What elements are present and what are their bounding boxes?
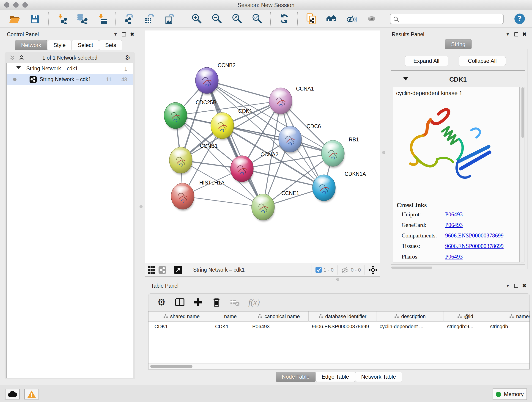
show-all-icon[interactable]	[366, 13, 377, 24]
memory-button[interactable]: Memory	[493, 389, 527, 400]
selected-checkbox-icon[interactable]	[316, 267, 322, 273]
zoom-out-icon[interactable]	[211, 13, 222, 24]
panel-float-icon[interactable]: ▼	[506, 32, 510, 37]
panel-close-icon[interactable]: ✖	[522, 32, 526, 37]
network-node[interactable]: CDC25B	[164, 99, 216, 130]
results-horizontal-scrollbar[interactable]	[391, 266, 525, 269]
tab-sets[interactable]: Sets	[99, 40, 122, 50]
panel-maximize-icon[interactable]	[514, 32, 518, 36]
cloud-button[interactable]	[5, 389, 20, 400]
column-header-namespace[interactable]: namespace	[487, 312, 530, 322]
zoom-fit-icon[interactable]	[231, 13, 242, 24]
open-session-icon[interactable]	[9, 13, 20, 24]
search-input[interactable]	[401, 14, 500, 24]
warning-button[interactable]	[24, 389, 39, 400]
crosslink-link[interactable]: P06493	[445, 222, 462, 228]
tab-select[interactable]: Select	[71, 40, 99, 50]
import-network-database-icon[interactable]	[76, 13, 88, 24]
column-header-name[interactable]: name	[212, 312, 249, 322]
scrollbar-thumb[interactable]	[391, 267, 432, 269]
column-header--id[interactable]: @id	[444, 312, 487, 322]
network-view-icon[interactable]	[158, 266, 166, 274]
right-splitter[interactable]	[380, 31, 387, 263]
tab-style[interactable]: Style	[47, 40, 72, 50]
import-network-icon[interactable]	[56, 13, 67, 24]
network-edge[interactable]	[242, 153, 333, 169]
table-cell[interactable]: P06493	[249, 322, 309, 332]
hide-selection-icon[interactable]	[346, 13, 357, 24]
column-header-database-identifier[interactable]: database identifier	[309, 312, 376, 322]
network-edge[interactable]	[242, 169, 324, 188]
column-header-description[interactable]: description	[376, 312, 444, 322]
network-from-selection-icon[interactable]	[306, 13, 317, 24]
panel-float-icon[interactable]: ▼	[114, 32, 118, 37]
tab-network[interactable]: Network	[15, 40, 47, 50]
tab-edge-table[interactable]: Edge Table	[316, 372, 355, 382]
help-icon[interactable]: ?	[514, 13, 526, 25]
expand-all-button[interactable]: Expand All	[405, 56, 448, 66]
function-builder-icon[interactable]: f(x)	[248, 298, 260, 307]
tab-network-table[interactable]: Network Table	[355, 372, 402, 382]
panel-maximize-icon[interactable]	[122, 32, 126, 36]
network-node[interactable]: CCNE1	[252, 190, 299, 221]
collection-expand-icon[interactable]	[16, 66, 21, 69]
table-settings-gear-icon[interactable]: ⚙	[157, 298, 166, 307]
splitter-handle[interactable]	[336, 278, 339, 281]
collapse-all-button[interactable]: Collapse All	[459, 56, 506, 66]
crosslink-link[interactable]: 9606.ENSP00000378699	[445, 232, 504, 239]
network-node[interactable]: CCNB1	[169, 143, 218, 175]
splitter-handle[interactable]	[139, 205, 143, 208]
gene-section-header[interactable]: CDK1	[391, 73, 525, 86]
show-columns-icon[interactable]	[175, 298, 185, 307]
results-tab-string[interactable]: String	[445, 39, 472, 49]
network-node[interactable]: RB1	[322, 137, 359, 168]
network-canvas[interactable]: CCNB2CCNA1CDC25BCDK1CDC6RB1CCNB1CCNA2CDK…	[145, 31, 380, 263]
birds-eye-view-icon[interactable]	[174, 266, 182, 274]
table-cell[interactable]: CDK1	[212, 322, 249, 332]
network-collection-row[interactable]: String Network – cdk1 1	[7, 63, 133, 74]
scrollbar-thumb[interactable]	[150, 365, 192, 368]
import-table-icon[interactable]	[97, 13, 108, 24]
grid-view-icon[interactable]	[147, 266, 156, 274]
network-node[interactable]: HIST1H1A	[171, 180, 225, 211]
table-row[interactable]: CDK1CDK1P064939606.ENSP00000378699cyclin…	[148, 322, 530, 332]
table-horizontal-scrollbar[interactable]	[148, 363, 530, 369]
hidden-eye-icon[interactable]	[341, 267, 349, 274]
table-cell[interactable]: stringdb	[487, 322, 530, 332]
crosslink-link[interactable]: P06493	[445, 211, 462, 218]
zoom-in-icon[interactable]	[191, 13, 202, 24]
export-table-icon[interactable]	[144, 13, 155, 24]
crosslink-link[interactable]: P06493	[445, 254, 462, 260]
panel-close-icon[interactable]: ✖	[522, 283, 526, 289]
panel-float-icon[interactable]: ▼	[506, 283, 510, 288]
table-cell[interactable]: cyclin-dependent ...	[376, 322, 444, 332]
refresh-icon[interactable]	[279, 13, 290, 24]
add-column-icon[interactable]	[193, 298, 203, 307]
network-node[interactable]: CDKN1A	[312, 171, 366, 202]
panel-maximize-icon[interactable]	[514, 284, 518, 288]
network-node[interactable]: CCNA1	[269, 86, 314, 115]
results-vertical-scrollbar[interactable]	[521, 87, 525, 262]
column-header-shared-name[interactable]: shared name	[151, 312, 212, 322]
first-neighbors-icon[interactable]	[326, 13, 337, 24]
export-network-icon[interactable]	[124, 13, 135, 24]
zoom-selected-icon[interactable]	[252, 13, 263, 24]
network-node[interactable]: CCNB2	[196, 62, 235, 95]
pan-crosshair-icon[interactable]	[368, 265, 378, 274]
panel-close-icon[interactable]: ✖	[130, 32, 134, 37]
delete-column-icon[interactable]	[212, 298, 221, 307]
crosslink-link[interactable]: 9606.ENSP00000378699	[445, 243, 504, 249]
tab-node-table[interactable]: Node Table	[276, 372, 316, 382]
table-cell[interactable]: CDK1	[151, 322, 212, 332]
export-image-icon[interactable]	[164, 13, 175, 24]
save-session-icon[interactable]	[29, 13, 40, 24]
table-cell[interactable]: 9606.ENSP00000378699	[309, 322, 376, 332]
network-options-gear-icon[interactable]: ⚙	[124, 54, 131, 61]
scrollbar-thumb[interactable]	[521, 87, 524, 138]
network-row[interactable]: String Network – cdk1 11 48	[7, 74, 133, 85]
network-edge[interactable]	[183, 196, 263, 207]
column-header-canonical-name[interactable]: canonical name	[249, 312, 309, 322]
splitter-handle[interactable]	[382, 151, 385, 154]
table-cell[interactable]: stringdb:9...	[444, 322, 487, 332]
left-splitter[interactable]	[138, 31, 145, 381]
